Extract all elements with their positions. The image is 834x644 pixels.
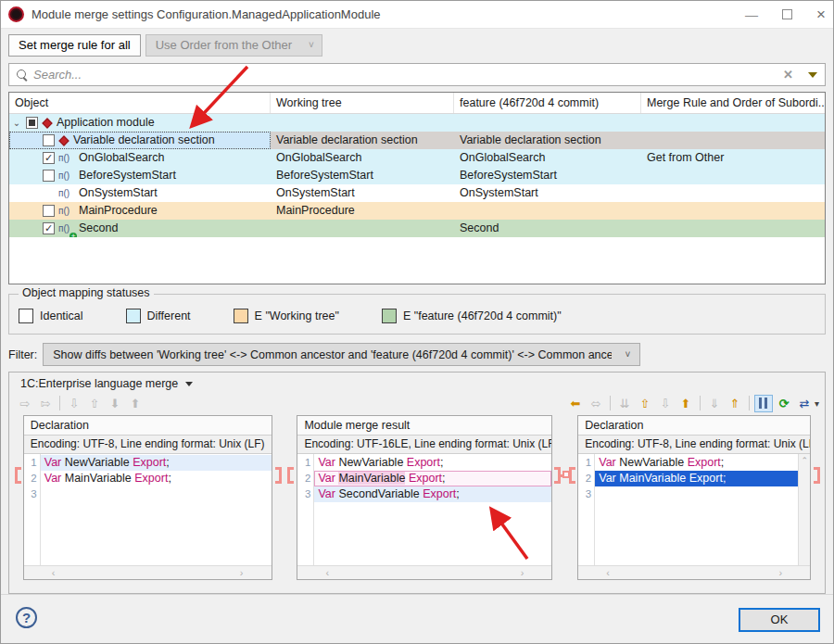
search-bar[interactable]: Search... ✕ [8,63,826,86]
code-editor[interactable]: 123 Var NewVariable Export;Var MainVaria… [297,454,551,565]
copy-left-to-result-icon[interactable]: ⇨ [16,395,34,412]
horizontal-scrollbar[interactable]: ‹› [297,565,551,579]
column-header-merge-rule[interactable]: Merge Rule and Order of Subordi... [641,93,825,113]
code-editor[interactable]: 123 Var NewVariable Export;Var MainVaria… [24,454,272,565]
search-icon [17,69,28,81]
close-button[interactable]: × [816,6,826,24]
object-label: Variable declaration section [73,132,215,149]
feature-cell: OnGlobalSearch [454,149,641,167]
object-cell[interactable]: п()OnSystemStart [9,184,271,202]
keyword-token: Export [688,456,721,469]
table-row[interactable]: п()BeforeSystemStartBeforeSystemStartBef… [9,167,825,184]
merge-section-dropdown-icon[interactable] [185,382,193,386]
scroll-right-icon[interactable]: › [521,567,524,578]
next-diff-left-icon[interactable]: ⇩ [65,395,83,412]
diff-bracket-close [275,467,282,484]
object-label: MainProcedure [79,202,158,220]
code-editor[interactable]: 123 Var NewVariable Export;Var MainVaria… [578,454,810,565]
legend-label: E "Working tree" [255,309,339,322]
tree-expander-icon[interactable]: ⌄ [11,114,22,132]
two-way-compare-toggle-icon[interactable] [754,395,773,412]
code-line[interactable]: Var MainVariable Export; [595,471,798,486]
row-checkbox[interactable] [43,205,55,217]
prev-change-left-icon[interactable]: ⬆ [126,395,145,412]
object-cell[interactable]: ⌄Application module [9,114,271,132]
object-cell[interactable]: ✓п()OnGlobalSearch [9,149,271,167]
next-diff-icon[interactable]: ⇊ [615,395,634,412]
scroll-right-icon[interactable]: › [240,567,244,578]
panel-encoding: Encoding: UTF-16LE, Line ending format: … [297,436,551,454]
prev-conflict-icon[interactable]: ⬆ [676,395,695,412]
code-token: ; [168,472,171,485]
help-icon[interactable]: ? [16,607,37,628]
horizontal-scrollbar[interactable]: ‹› [578,565,810,579]
code-line[interactable]: Var SecondVariable Export; [314,486,551,502]
panel-title: Declaration [24,416,272,436]
procedure-icon: п() [58,167,75,184]
copy-right-to-result-icon[interactable]: ⬅ [566,395,585,412]
table-row[interactable]: п()OnSystemStartOnSystemStartOnSystemSta… [9,184,825,202]
legend-swatch [126,309,141,323]
table-row[interactable]: ✓п()SecondSecond [9,220,825,237]
set-merge-rule-button[interactable]: Set merge rule for all [8,34,141,57]
scroll-left-icon[interactable]: ‹ [606,567,610,578]
filter-dropdown[interactable]: Show diffs between 'Working tree' <-> Co… [43,343,640,366]
scroll-left-icon[interactable]: ‹ [325,567,329,578]
column-header-object[interactable]: Object [9,93,271,113]
prev-diff-left-icon[interactable]: ⇧ [85,395,104,412]
ok-button[interactable]: OK [739,608,820,632]
code-line[interactable] [41,486,272,502]
apply-prev-icon[interactable]: ⇑ [726,395,744,412]
vertical-scrollbar[interactable]: ⌃ [798,454,810,565]
code-line[interactable]: Var NewVariable Export; [314,455,551,471]
copy-all-right-icon[interactable]: ⬄ [587,395,605,412]
code-line[interactable]: Var NewVariable Export; [41,455,272,471]
row-checkbox[interactable] [43,170,55,182]
merge-rule-cell [641,114,825,132]
horizontal-scrollbar[interactable]: ‹› [24,565,272,579]
row-checkbox[interactable] [26,117,38,129]
legend-title: Object mapping statuses [19,286,154,299]
toolbar-more-dropdown-icon[interactable]: ▾ [815,398,819,409]
code-line[interactable]: Var MainVariable Export; [41,471,272,486]
working-tree-cell [271,220,454,237]
table-row[interactable]: п()MainProcedureMainProcedure [9,202,825,220]
next-change-left-icon[interactable]: ⬇ [106,395,124,412]
apply-next-icon[interactable]: ⇓ [705,395,724,412]
object-cell[interactable]: ✓п()Second [9,220,271,237]
scroll-left-icon[interactable]: ‹ [52,567,56,578]
table-row[interactable]: ✓п()OnGlobalSearchOnGlobalSearchOnGlobal… [9,149,825,167]
row-checkbox[interactable]: ✓ [43,152,55,164]
code-token: NewVariable [65,456,133,469]
line-numbers: 123 [578,454,595,565]
code-line[interactable] [595,486,798,502]
table-row[interactable]: ⌄Application module [9,114,825,132]
search-input[interactable]: Search... [33,68,777,82]
refresh-icon[interactable]: ⟳ [775,395,793,412]
copy-all-left-icon[interactable]: ⇰ [36,395,55,412]
legend-item: E "feature (46f720d 4 commit)" [382,309,562,323]
object-cell[interactable]: п()BeforeSystemStart [9,167,271,184]
column-header-feature[interactable]: feature (46f720d 4 commit) [454,93,641,113]
minimize-button[interactable]: — [745,7,758,22]
scroll-right-icon[interactable]: › [779,567,783,578]
dialog-footer: ? OK [1,594,833,643]
object-cell[interactable]: п()MainProcedure [9,202,271,220]
maximize-button[interactable] [782,9,792,19]
code-line[interactable]: Var MainVariable Export; [314,471,551,486]
code-line[interactable]: Var NewVariable Export; [595,455,798,471]
left-overview-margin [13,415,23,580]
object-cell[interactable]: Variable declaration section [9,132,271,149]
panel-encoding: Encoding: UTF-8, Line ending format: Uni… [578,436,810,454]
search-options-dropdown-icon[interactable] [808,72,817,78]
column-header-working-tree[interactable]: Working tree [271,93,454,113]
row-checkbox[interactable]: ✓ [43,222,55,234]
swap-sides-icon[interactable]: ⇄ [795,395,814,412]
legend-item: Identical [19,309,83,323]
code-token: NewVariable [338,456,406,469]
table-row[interactable]: Variable declaration sectionVariable dec… [9,132,825,149]
prev-diff-icon[interactable]: ⇧ [636,395,654,412]
clear-search-icon[interactable]: ✕ [783,68,793,82]
next-conflict-icon[interactable]: ⇩ [656,395,675,412]
row-checkbox[interactable] [43,134,55,146]
